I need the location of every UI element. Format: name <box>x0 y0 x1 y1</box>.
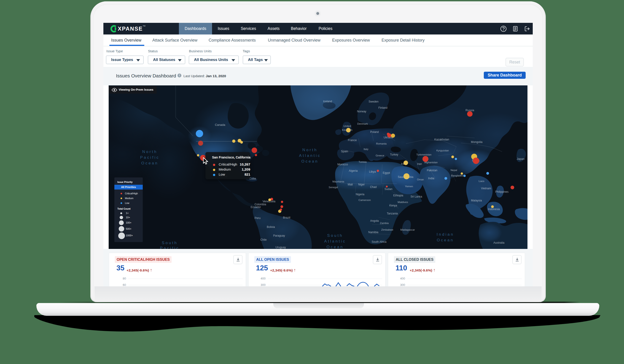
svg-text:Japan: Japan <box>517 157 524 160</box>
svg-text:Romania: Romania <box>376 142 387 145</box>
svg-text:Sudan: Sudan <box>385 187 392 191</box>
svg-text:Brazil: Brazil <box>283 216 290 219</box>
svg-text:Angola: Angola <box>370 219 379 222</box>
svg-text:Denmark: Denmark <box>357 122 368 125</box>
svg-text:Libya: Libya <box>369 170 376 173</box>
svg-text:Cuba: Cuba <box>249 177 256 180</box>
svg-text:Greece: Greece <box>376 154 384 157</box>
svg-text:South: South <box>162 241 178 245</box>
svg-text:Oman: Oman <box>417 178 424 181</box>
svg-text:Pacific: Pacific <box>140 155 159 160</box>
svg-text:Iran: Iran <box>417 162 422 166</box>
svg-text:Turkmenistan: Turkmenistan <box>416 153 431 156</box>
svg-text:Ocean: Ocean <box>437 238 454 242</box>
svg-text:Zimbabwe: Zimbabwe <box>381 228 393 231</box>
svg-text:Malaysia: Malaysia <box>471 199 482 202</box>
svg-text:Yemen: Yemen <box>405 185 413 188</box>
svg-text:Mali: Mali <box>348 183 353 186</box>
svg-text:Pakistan: Pakistan <box>427 169 437 172</box>
svg-text:Peru: Peru <box>255 216 260 220</box>
svg-text:Ocean: Ocean <box>141 161 158 165</box>
svg-text:India: India <box>428 177 434 180</box>
svg-text:United: United <box>343 125 351 127</box>
svg-text:Pacific: Pacific <box>160 246 179 249</box>
svg-text:Sweden: Sweden <box>368 100 378 103</box>
svg-text:Indonesia: Indonesia <box>488 207 500 211</box>
svg-text:South: South <box>327 233 343 238</box>
svg-text:Ocean: Ocean <box>301 159 318 163</box>
svg-text:South Africa: South Africa <box>372 240 387 243</box>
svg-text:Paraguay: Paraguay <box>273 234 285 237</box>
svg-text:Nepal: Nepal <box>451 169 457 172</box>
svg-text:North: North <box>302 148 318 152</box>
svg-text:Laos: Laos <box>479 180 485 182</box>
svg-text:Kyrgyzstan: Kyrgyzstan <box>437 149 449 152</box>
svg-text:Canada: Canada <box>215 123 225 127</box>
svg-text:Zambia: Zambia <box>380 222 389 225</box>
svg-text:Bangladesh: Bangladesh <box>451 174 465 177</box>
svg-text:Maldives: Maldives <box>397 201 408 204</box>
svg-text:Turkey: Turkey <box>390 153 398 156</box>
svg-text:Vietnam: Vietnam <box>481 187 491 190</box>
svg-text:Italy: Italy <box>364 148 368 151</box>
svg-text:Uruguay: Uruguay <box>275 246 286 249</box>
svg-text:Chad: Chad <box>370 185 377 189</box>
svg-text:France: France <box>348 139 357 142</box>
svg-text:Indian: Indian <box>437 232 454 237</box>
svg-text:Senegal: Senegal <box>329 186 338 189</box>
svg-text:Finland: Finland <box>378 106 387 109</box>
svg-text:Nigeria: Nigeria <box>356 193 364 196</box>
svg-text:North: North <box>142 150 157 154</box>
svg-text:Morocco: Morocco <box>338 163 348 166</box>
svg-text:Mauritania: Mauritania <box>332 180 344 183</box>
svg-text:Cameroon: Cameroon <box>359 199 371 201</box>
svg-text:Iceland: Iceland <box>323 100 332 103</box>
svg-text:Madagascar: Madagascar <box>400 228 415 231</box>
svg-text:Kenya: Kenya <box>389 204 397 207</box>
svg-text:Sri Lanka: Sri Lanka <box>411 195 422 198</box>
svg-text:Ethiopia: Ethiopia <box>393 194 403 197</box>
svg-text:Chile: Chile <box>260 238 267 241</box>
svg-text:Algeria: Algeria <box>349 169 358 172</box>
svg-text:Australia: Australia <box>494 241 504 244</box>
svg-text:Niger: Niger <box>358 183 365 186</box>
svg-text:Kazakhstan: Kazakhstan <box>434 138 449 141</box>
svg-text:Mongolia: Mongolia <box>471 140 482 144</box>
svg-text:Ocean: Ocean <box>326 245 343 249</box>
svg-text:Namibia: Namibia <box>368 231 378 234</box>
svg-text:Poland: Poland <box>370 130 379 134</box>
svg-text:Bolivia: Bolivia <box>267 225 275 228</box>
svg-text:Philippines: Philippines <box>495 190 509 193</box>
svg-text:Atlantic: Atlantic <box>324 239 346 243</box>
svg-text:Atlantic: Atlantic <box>299 154 321 158</box>
svg-text:Ecuador: Ecuador <box>251 205 261 209</box>
svg-text:Tanzania: Tanzania <box>387 212 398 215</box>
svg-text:Spain: Spain <box>341 150 348 153</box>
svg-text:Egypt: Egypt <box>383 171 390 175</box>
svg-text:Tunisia: Tunisia <box>359 160 367 163</box>
svg-text:Norway: Norway <box>357 110 366 113</box>
